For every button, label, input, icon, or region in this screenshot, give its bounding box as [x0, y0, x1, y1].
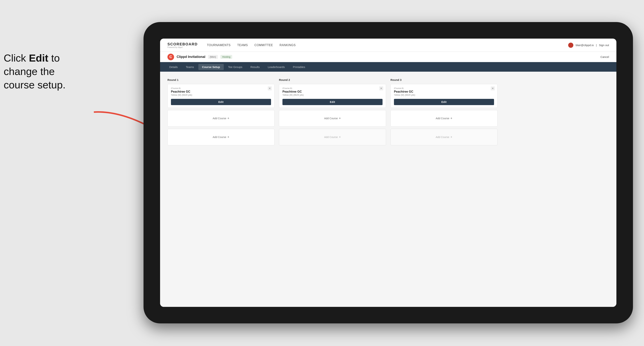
tab-results[interactable]: Results [247, 64, 263, 70]
gender-badge: (Men) [208, 55, 218, 59]
tournament-bar: C Clippd Invitational (Men) Hosting Canc… [160, 52, 616, 62]
round-1-course-details: Yellow (M) (6629 yds) [171, 94, 271, 96]
round-1-delete-icon[interactable]: ✕ [268, 86, 272, 90]
scoreboard-logo: SCOREBOARD Powered by clippd [168, 42, 198, 48]
nav-link-rankings[interactable]: RANKINGS [280, 43, 296, 47]
user-avatar [568, 43, 573, 48]
top-nav: SCOREBOARD Powered by clippd TOURNAMENTS… [160, 39, 616, 52]
nav-right: blair@clippd.io | Sign out [568, 43, 609, 48]
tab-bar: Details Teams Course Setup Tee Groups Re… [160, 62, 616, 72]
tablet-screen: SCOREBOARD Powered by clippd TOURNAMENTS… [160, 39, 616, 307]
round-1-add-course-2[interactable]: Add Course + [168, 129, 274, 145]
round-3-add-course-2: Add Course + [390, 129, 498, 145]
round-4-column-empty [502, 78, 609, 148]
round-1-add-course-2-label: Add Course + [213, 135, 229, 139]
round-3-delete-icon[interactable]: ✕ [491, 86, 495, 90]
round-3-label: Round 3 [390, 78, 498, 81]
tab-tee-groups[interactable]: Tee Groups [224, 64, 246, 70]
round-3-add-plus-1: + [450, 117, 452, 120]
main-content: Round 1 ✕ (Course A) Peachtree GC Yellow… [160, 72, 616, 307]
nav-link-committee[interactable]: COMMITTEE [254, 43, 273, 47]
nav-left: SCOREBOARD Powered by clippd TOURNAMENTS… [168, 42, 296, 48]
round-2-add-plus-2: + [339, 135, 341, 139]
round-3-course-details: Yellow (M) (6629 yds) [394, 94, 494, 96]
round-1-column: Round 1 ✕ (Course A) Peachtree GC Yellow… [168, 78, 274, 148]
round-2-course-label: (Course A) [282, 87, 382, 89]
hosting-badge: Hosting [220, 55, 232, 59]
logo-subtitle: Powered by clippd [168, 46, 198, 48]
tab-details[interactable]: Details [166, 64, 182, 70]
round-3-add-course-1[interactable]: Add Course + [390, 110, 498, 127]
tab-leaderboards[interactable]: Leaderboards [264, 64, 288, 70]
nav-link-tournaments[interactable]: TOURNAMENTS [207, 43, 230, 47]
round-3-column: Round 3 ✕ (Course A) Peachtree GC Yellow… [390, 78, 498, 148]
user-email: blair@clippd.io [576, 43, 594, 47]
round-2-course-details: Yellow (M) (6629 yds) [282, 94, 382, 96]
round-2-add-course-2-label: Add Course + [324, 135, 341, 139]
round-1-course-name: Peachtree GC [171, 90, 271, 93]
clippd-icon: C [168, 54, 174, 60]
tab-course-setup[interactable]: Course Setup [198, 64, 224, 70]
tablet-device: SCOREBOARD Powered by clippd TOURNAMENTS… [144, 22, 633, 323]
separator: | [596, 43, 597, 47]
nav-link-teams[interactable]: TEAMS [237, 43, 248, 47]
round-2-delete-icon[interactable]: ✕ [379, 86, 383, 90]
nav-links: TOURNAMENTS TEAMS COMMITTEE RANKINGS [207, 43, 296, 47]
round-1-add-plus-2: + [228, 135, 230, 139]
round-2-label: Round 2 [279, 78, 386, 81]
round-3-edit-button[interactable]: Edit [394, 99, 494, 105]
sign-out-link[interactable]: Sign out [599, 43, 609, 47]
round-1-add-course-1-label: Add Course + [213, 117, 229, 120]
tournament-title-area: C Clippd Invitational (Men) Hosting [168, 54, 232, 60]
round-1-add-course-1[interactable]: Add Course + [168, 110, 274, 127]
round-2-add-plus-1: + [339, 117, 341, 120]
round-2-column: Round 2 ✕ (Course A) Peachtree GC Yellow… [279, 78, 386, 148]
round-1-add-plus-1: + [228, 117, 230, 120]
round-1-course-label: (Course A) [171, 87, 271, 89]
instruction-bold: Edit [29, 52, 48, 64]
round-2-add-course-1[interactable]: Add Course + [279, 110, 386, 127]
instruction-text: Click Edit to change the course setup. [4, 51, 110, 92]
round-3-course-name: Peachtree GC [394, 90, 494, 93]
round-3-add-plus-2: + [450, 135, 452, 139]
round-3-add-course-2-label: Add Course + [436, 135, 452, 139]
tab-teams[interactable]: Teams [182, 64, 198, 70]
round-1-course-card: ✕ (Course A) Peachtree GC Yellow (M) (66… [168, 84, 274, 108]
round-2-course-name: Peachtree GC [282, 90, 382, 93]
round-2-course-card: ✕ (Course A) Peachtree GC Yellow (M) (66… [279, 84, 386, 108]
round-3-add-course-1-label: Add Course + [436, 117, 452, 120]
round-1-edit-button[interactable]: Edit [171, 99, 271, 105]
round-2-add-course-1-label: Add Course + [324, 117, 341, 120]
logo-title: SCOREBOARD [168, 42, 198, 46]
round-2-add-course-2: Add Course + [279, 129, 386, 145]
rounds-grid: Round 1 ✕ (Course A) Peachtree GC Yellow… [168, 78, 609, 148]
round-2-edit-button[interactable]: Edit [282, 99, 382, 105]
cancel-button[interactable]: Cancel [600, 55, 609, 58]
round-1-label: Round 1 [168, 78, 274, 81]
tab-printables[interactable]: Printables [289, 64, 309, 70]
round-3-course-card: ✕ (Course A) Peachtree GC Yellow (M) (66… [390, 84, 498, 108]
round-3-course-label: (Course A) [394, 87, 494, 89]
tournament-name: Clippd Invitational [177, 55, 205, 59]
